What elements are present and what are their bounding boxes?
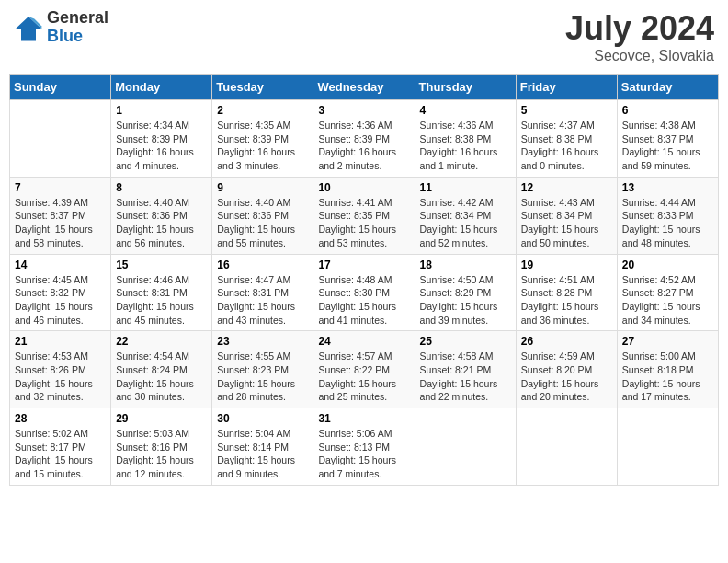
day-info: Sunrise: 4:47 AM Sunset: 8:31 PM Dayligh…: [217, 273, 308, 327]
day-number: 6: [622, 104, 713, 117]
calendar-week-3: 14Sunrise: 4:45 AM Sunset: 8:32 PM Dayli…: [10, 254, 719, 331]
calendar-cell: 23Sunrise: 4:55 AM Sunset: 8:23 PM Dayli…: [212, 331, 313, 408]
calendar-cell: 6Sunrise: 4:38 AM Sunset: 8:37 PM Daylig…: [617, 100, 718, 178]
calendar-cell: 24Sunrise: 4:57 AM Sunset: 8:22 PM Dayli…: [313, 331, 415, 408]
day-info: Sunrise: 5:03 AM Sunset: 8:16 PM Dayligh…: [116, 427, 207, 481]
day-info: Sunrise: 4:50 AM Sunset: 8:29 PM Dayligh…: [420, 273, 511, 327]
day-info: Sunrise: 4:36 AM Sunset: 8:39 PM Dayligh…: [318, 119, 409, 173]
day-number: 1: [116, 104, 207, 117]
day-number: 5: [521, 104, 612, 117]
day-number: 23: [217, 335, 308, 348]
calendar-cell: 15Sunrise: 4:46 AM Sunset: 8:31 PM Dayli…: [111, 254, 212, 331]
calendar-cell: 30Sunrise: 5:04 AM Sunset: 8:14 PM Dayli…: [212, 408, 313, 486]
calendar-cell: 17Sunrise: 4:48 AM Sunset: 8:30 PM Dayli…: [313, 254, 415, 331]
calendar-cell: 28Sunrise: 5:02 AM Sunset: 8:17 PM Dayli…: [10, 408, 111, 486]
day-header-friday: Friday: [516, 75, 617, 100]
calendar-cell: [617, 408, 718, 486]
day-number: 11: [420, 181, 511, 194]
calendar-table: SundayMondayTuesdayWednesdayThursdayFrid…: [9, 74, 719, 486]
page-header: General Blue July 2024 Secovce, Slovakia: [9, 9, 719, 64]
calendar-cell: 22Sunrise: 4:54 AM Sunset: 8:24 PM Dayli…: [111, 331, 212, 408]
day-number: 13: [622, 181, 713, 194]
calendar-cell: 19Sunrise: 4:51 AM Sunset: 8:28 PM Dayli…: [516, 254, 617, 331]
day-info: Sunrise: 4:45 AM Sunset: 8:32 PM Dayligh…: [15, 273, 106, 327]
calendar-cell: 2Sunrise: 4:35 AM Sunset: 8:39 PM Daylig…: [212, 100, 313, 178]
location: Secovce, Slovakia: [565, 48, 714, 64]
day-header-saturday: Saturday: [617, 75, 718, 100]
logo-blue-text: Blue: [47, 28, 108, 46]
day-info: Sunrise: 4:37 AM Sunset: 8:38 PM Dayligh…: [521, 119, 612, 173]
logo-text: General Blue: [47, 9, 108, 46]
calendar-cell: 14Sunrise: 4:45 AM Sunset: 8:32 PM Dayli…: [10, 254, 111, 331]
day-number: 21: [15, 335, 106, 348]
day-number: 25: [420, 335, 511, 348]
day-number: 2: [217, 104, 308, 117]
day-number: 22: [116, 335, 207, 348]
calendar-cell: 26Sunrise: 4:59 AM Sunset: 8:20 PM Dayli…: [516, 331, 617, 408]
day-info: Sunrise: 4:40 AM Sunset: 8:36 PM Dayligh…: [116, 196, 207, 250]
calendar-cell: 1Sunrise: 4:34 AM Sunset: 8:39 PM Daylig…: [111, 100, 212, 178]
day-header-tuesday: Tuesday: [212, 75, 313, 100]
day-number: 16: [217, 259, 308, 271]
day-number: 29: [116, 412, 207, 425]
day-info: Sunrise: 4:42 AM Sunset: 8:34 PM Dayligh…: [420, 196, 511, 250]
day-info: Sunrise: 4:41 AM Sunset: 8:35 PM Dayligh…: [318, 196, 409, 250]
calendar-header-row: SundayMondayTuesdayWednesdayThursdayFrid…: [10, 75, 719, 100]
day-number: 14: [15, 259, 106, 271]
calendar-cell: 12Sunrise: 4:43 AM Sunset: 8:34 PM Dayli…: [516, 177, 617, 254]
day-header-monday: Monday: [111, 75, 212, 100]
day-info: Sunrise: 4:35 AM Sunset: 8:39 PM Dayligh…: [217, 119, 308, 173]
day-number: 20: [622, 259, 713, 271]
day-number: 30: [217, 412, 308, 425]
day-header-wednesday: Wednesday: [313, 75, 415, 100]
calendar-cell: 31Sunrise: 5:06 AM Sunset: 8:13 PM Dayli…: [313, 408, 415, 486]
calendar-week-4: 21Sunrise: 4:53 AM Sunset: 8:26 PM Dayli…: [10, 331, 719, 408]
day-number: 27: [622, 335, 713, 348]
calendar-cell: 7Sunrise: 4:39 AM Sunset: 8:37 PM Daylig…: [10, 177, 111, 254]
day-number: 8: [116, 181, 207, 194]
day-info: Sunrise: 4:40 AM Sunset: 8:36 PM Dayligh…: [217, 196, 308, 250]
calendar-week-5: 28Sunrise: 5:02 AM Sunset: 8:17 PM Dayli…: [10, 408, 719, 486]
day-number: 17: [318, 259, 409, 271]
calendar-cell: 11Sunrise: 4:42 AM Sunset: 8:34 PM Dayli…: [415, 177, 516, 254]
day-info: Sunrise: 4:55 AM Sunset: 8:23 PM Dayligh…: [217, 350, 308, 404]
calendar-cell: 10Sunrise: 4:41 AM Sunset: 8:35 PM Dayli…: [313, 177, 415, 254]
day-info: Sunrise: 4:57 AM Sunset: 8:22 PM Dayligh…: [318, 350, 409, 404]
logo-general-text: General: [47, 9, 108, 28]
day-number: 15: [116, 259, 207, 271]
calendar-cell: [415, 408, 516, 486]
calendar-cell: 18Sunrise: 4:50 AM Sunset: 8:29 PM Dayli…: [415, 254, 516, 331]
day-info: Sunrise: 4:38 AM Sunset: 8:37 PM Dayligh…: [622, 119, 713, 173]
calendar-cell: [10, 100, 111, 178]
day-number: 24: [318, 335, 409, 348]
calendar-cell: 20Sunrise: 4:52 AM Sunset: 8:27 PM Dayli…: [617, 254, 718, 331]
day-number: 4: [420, 104, 511, 117]
calendar-cell: 4Sunrise: 4:36 AM Sunset: 8:38 PM Daylig…: [415, 100, 516, 178]
day-number: 31: [318, 412, 409, 425]
day-info: Sunrise: 4:43 AM Sunset: 8:34 PM Dayligh…: [521, 196, 612, 250]
day-info: Sunrise: 4:52 AM Sunset: 8:27 PM Dayligh…: [622, 273, 713, 327]
calendar-cell: 13Sunrise: 4:44 AM Sunset: 8:33 PM Dayli…: [617, 177, 718, 254]
day-info: Sunrise: 4:39 AM Sunset: 8:37 PM Dayligh…: [15, 196, 106, 250]
day-header-thursday: Thursday: [415, 75, 516, 100]
calendar-cell: 5Sunrise: 4:37 AM Sunset: 8:38 PM Daylig…: [516, 100, 617, 178]
day-number: 19: [521, 259, 612, 271]
day-info: Sunrise: 4:44 AM Sunset: 8:33 PM Dayligh…: [622, 196, 713, 250]
calendar-cell: 21Sunrise: 4:53 AM Sunset: 8:26 PM Dayli…: [10, 331, 111, 408]
day-info: Sunrise: 4:48 AM Sunset: 8:30 PM Dayligh…: [318, 273, 409, 327]
day-info: Sunrise: 4:58 AM Sunset: 8:21 PM Dayligh…: [420, 350, 511, 404]
calendar-week-1: 1Sunrise: 4:34 AM Sunset: 8:39 PM Daylig…: [10, 100, 719, 178]
logo-icon: [14, 13, 43, 42]
day-info: Sunrise: 4:59 AM Sunset: 8:20 PM Dayligh…: [521, 350, 612, 404]
day-header-sunday: Sunday: [10, 75, 111, 100]
calendar-cell: 27Sunrise: 5:00 AM Sunset: 8:18 PM Dayli…: [617, 331, 718, 408]
logo: General Blue: [14, 9, 108, 46]
day-number: 3: [318, 104, 409, 117]
day-number: 9: [217, 181, 308, 194]
day-info: Sunrise: 4:53 AM Sunset: 8:26 PM Dayligh…: [15, 350, 106, 404]
day-info: Sunrise: 4:46 AM Sunset: 8:31 PM Dayligh…: [116, 273, 207, 327]
day-info: Sunrise: 4:34 AM Sunset: 8:39 PM Dayligh…: [116, 119, 207, 173]
day-info: Sunrise: 4:51 AM Sunset: 8:28 PM Dayligh…: [521, 273, 612, 327]
calendar-week-2: 7Sunrise: 4:39 AM Sunset: 8:37 PM Daylig…: [10, 177, 719, 254]
title-block: July 2024 Secovce, Slovakia: [565, 9, 714, 64]
